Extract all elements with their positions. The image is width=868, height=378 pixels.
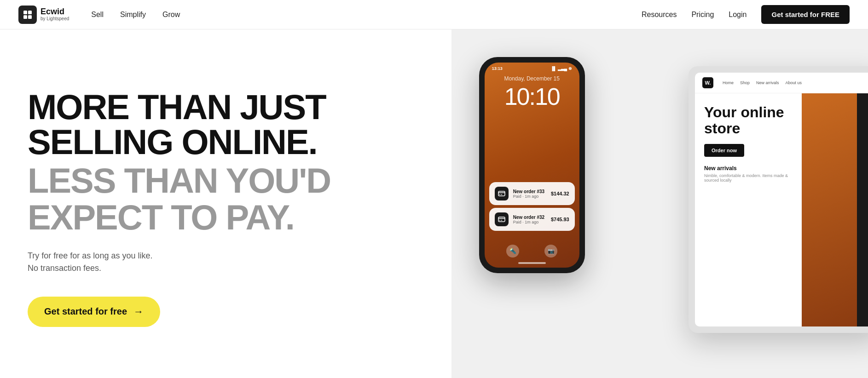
tablet-nav-home: Home xyxy=(723,80,734,85)
phone-status-bar: 13:13 ▐▌ ▂▃▄ ⊛ xyxy=(485,63,579,73)
notif-title-1: New order #33 xyxy=(513,189,546,194)
svg-rect-4 xyxy=(498,191,505,196)
svg-point-5 xyxy=(499,194,500,195)
phone-inner: 13:13 ▐▌ ▂▃▄ ⊛ Monday, December 15 10:10 xyxy=(485,63,579,268)
tablet-logo: W. xyxy=(702,77,713,88)
tablet-content: Your online store Order now New arrivals… xyxy=(695,93,802,326)
navbar-cta-button[interactable]: Get started for FREE xyxy=(761,5,850,24)
svg-rect-7 xyxy=(498,217,505,222)
hero-section: MORE THAN JUST SELLING ONLINE. LESS THAN… xyxy=(0,29,868,378)
hero-cta-label: Get started for free xyxy=(44,306,127,317)
navbar-right: Resources Pricing Login Get started for … xyxy=(642,5,850,24)
svg-rect-0 xyxy=(23,11,27,14)
svg-point-8 xyxy=(499,220,500,221)
phone-time-display: Monday, December 15 10:10 xyxy=(485,73,579,110)
tablet-mockup: W. Home Shop New arrivals About us Your … xyxy=(689,66,868,333)
hero-description-line2: No transaction fees. xyxy=(28,263,101,273)
tablet-new-arrivals: New arrivals Nimble, comfortable & moder… xyxy=(704,165,793,183)
notif-content-2: New order #32 Paid · 1m ago xyxy=(513,215,546,224)
phone-status-time: 13:13 xyxy=(492,66,503,71)
svg-rect-1 xyxy=(28,11,32,14)
hero-cta-button[interactable]: Get started for free → xyxy=(28,297,160,327)
tablet-hero-text: Your online store xyxy=(704,104,793,137)
tablet-nav: W. Home Shop New arrivals About us xyxy=(695,73,868,93)
logo-link[interactable]: Ecwid by Lightspeed xyxy=(18,6,69,24)
tablet-nav-links: Home Shop New arrivals About us xyxy=(723,80,802,85)
tablet-image-area xyxy=(802,93,868,326)
phone-date: Monday, December 15 xyxy=(485,75,579,82)
tablet-nav-shop: Shop xyxy=(740,80,750,85)
phone-clock: 10:10 xyxy=(485,83,579,110)
hero-description-line1: Try for free for as long as you like. xyxy=(28,251,152,260)
phone-bottom-icons: 🔦 📷 xyxy=(485,245,579,262)
hero-headline: MORE THAN JUST SELLING ONLINE. xyxy=(28,90,424,160)
hero-right: 13:13 ▐▌ ▂▃▄ ⊛ Monday, December 15 10:10 xyxy=(451,29,868,378)
notif-amount-2: $745.93 xyxy=(551,217,569,222)
nav-links-left: Sell Simplify Grow xyxy=(91,11,180,19)
nav-link-resources[interactable]: Resources xyxy=(642,11,677,19)
hero-description: Try for free for as long as you like. No… xyxy=(28,250,424,275)
phone-camera-icon: 📷 xyxy=(544,245,557,258)
notif-icon-2 xyxy=(495,212,509,226)
phone-notification-2: New order #32 Paid · 1m ago $745.93 xyxy=(489,208,575,231)
arrow-icon: → xyxy=(133,306,144,318)
notif-sub-2: Paid · 1m ago xyxy=(513,220,546,224)
svg-rect-3 xyxy=(28,15,32,19)
tablet-image-stripe xyxy=(857,93,868,326)
nav-link-simplify[interactable]: Simplify xyxy=(120,11,146,19)
notif-sub-1: Paid · 1m ago xyxy=(513,194,546,199)
logo-icon xyxy=(18,6,37,24)
nav-link-pricing[interactable]: Pricing xyxy=(691,11,714,19)
tablet-nav-arrivals: New arrivals xyxy=(756,80,779,85)
nav-link-login[interactable]: Login xyxy=(729,11,746,19)
phone-overlay: 13:13 ▐▌ ▂▃▄ ⊛ Monday, December 15 10:10 xyxy=(485,63,579,268)
phone-notification-1: New order #33 Paid · 1m ago $144.32 xyxy=(489,182,575,205)
notif-title-2: New order #32 xyxy=(513,215,546,220)
notif-icon-1 xyxy=(495,187,509,200)
svg-point-9 xyxy=(501,220,502,221)
tablet-body: Your online store Order now New arrivals… xyxy=(695,93,868,326)
hero-left: MORE THAN JUST SELLING ONLINE. LESS THAN… xyxy=(0,29,451,378)
notif-amount-1: $144.32 xyxy=(551,191,569,196)
logo-text: Ecwid by Lightspeed xyxy=(41,7,69,22)
phone-signal-icons: ▐▌ ▂▃▄ ⊛ xyxy=(551,66,572,71)
tablet-inner: W. Home Shop New arrivals About us Your … xyxy=(695,73,868,326)
navbar-left: Ecwid by Lightspeed Sell Simplify Grow xyxy=(18,6,180,24)
notif-content-1: New order #33 Paid · 1m ago xyxy=(513,189,546,199)
tablet-arrivals-sub: Nimble, comfortable & modern. Items made… xyxy=(704,173,793,183)
svg-rect-2 xyxy=(23,15,27,19)
tablet-order-button[interactable]: Order now xyxy=(704,144,744,157)
phone-home-bar xyxy=(518,262,546,264)
navbar: Ecwid by Lightspeed Sell Simplify Grow R… xyxy=(0,0,868,29)
logo-brand: Ecwid xyxy=(41,7,69,17)
phone-notifications: New order #33 Paid · 1m ago $144.32 xyxy=(489,182,575,231)
svg-point-6 xyxy=(501,194,502,195)
tablet-arrivals-title: New arrivals xyxy=(704,165,793,172)
hero-subheadline: LESS THAN YOU'D EXPECT TO PAY. xyxy=(28,162,424,236)
phone-flashlight-icon: 🔦 xyxy=(506,245,519,258)
logo-sub: by Lightspeed xyxy=(41,16,69,22)
phone-mockup: 13:13 ▐▌ ▂▃▄ ⊛ Monday, December 15 10:10 xyxy=(479,57,585,273)
nav-link-sell[interactable]: Sell xyxy=(91,11,104,19)
nav-link-grow[interactable]: Grow xyxy=(162,11,180,19)
tablet-nav-about: About us xyxy=(786,80,802,85)
